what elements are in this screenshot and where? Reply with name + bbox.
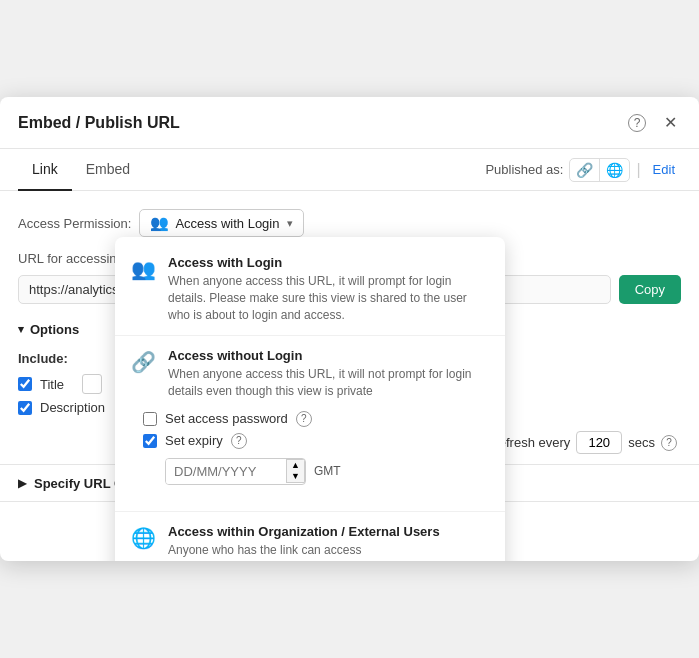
access-without-login-desc: When anyone access this URL, it will not…	[168, 366, 489, 400]
published-link-icon-button[interactable]: 🔗	[570, 159, 600, 181]
access-within-org-icon: 🌐	[131, 526, 156, 550]
access-permission-value: Access with Login	[175, 216, 279, 231]
specify-url-chevron-icon: ▶	[18, 477, 26, 490]
set-password-label: Set access password	[165, 411, 288, 426]
tabs-bar: Link Embed Published as: 🔗 🌐 | Edit	[0, 149, 699, 191]
set-password-checkbox[interactable]	[143, 412, 157, 426]
options-label: Options	[30, 322, 79, 337]
copy-button[interactable]: Copy	[619, 275, 681, 304]
date-input-row: ▲ ▼ GMT	[131, 452, 489, 493]
auto-refresh-value-input[interactable]	[576, 431, 622, 454]
globe-icon: 🌐	[606, 162, 623, 178]
link-icon: 🔗	[576, 162, 593, 178]
access-within-org-desc: Anyone who has the link can access	[168, 542, 489, 559]
access-without-login-content: Access without Login When anyone access …	[168, 348, 489, 400]
access-without-login-title: Access without Login	[168, 348, 489, 363]
help-icon: ?	[628, 114, 646, 132]
include-description-label: Description	[40, 400, 105, 415]
gmt-label: GMT	[314, 464, 341, 478]
access-within-org-title: Access within Organization / External Us…	[168, 524, 489, 539]
options-chevron-icon: ▾	[18, 323, 24, 336]
access-permission-row: Access Permission: 👥 Access with Login ▾	[18, 209, 681, 237]
edit-button[interactable]: Edit	[647, 159, 681, 180]
include-description-checkbox[interactable]	[18, 401, 32, 415]
set-password-row: Set access password ?	[131, 408, 489, 430]
close-icon: ✕	[664, 113, 677, 132]
set-password-help-icon[interactable]: ?	[296, 411, 312, 427]
dropdown-item-access-with-login[interactable]: 👥 Access with Login When anyone access t…	[115, 243, 505, 336]
dropdown-item-access-without-login[interactable]: 🔗 Access without Login When anyone acces…	[115, 336, 505, 512]
auto-refresh-help-icon[interactable]: ?	[661, 435, 677, 451]
help-button[interactable]: ?	[624, 112, 650, 134]
access-within-org-content: Access within Organization / External Us…	[168, 524, 489, 559]
date-spinners: ▲ ▼	[286, 459, 305, 483]
set-expiry-label: Set expiry	[165, 433, 223, 448]
tab-embed[interactable]: Embed	[72, 149, 144, 191]
access-permission-label: Access Permission:	[18, 216, 131, 231]
auto-refresh-unit: secs	[628, 435, 655, 450]
access-with-login-title: Access with Login	[168, 255, 489, 270]
sub-options: Set access password ? Set expiry ? ▲	[131, 400, 489, 499]
published-globe-icon-button[interactable]: 🌐	[600, 159, 629, 181]
date-input[interactable]	[166, 459, 286, 484]
date-up-button[interactable]: ▲	[287, 460, 304, 471]
published-as: Published as: 🔗 🌐 | Edit	[485, 149, 681, 190]
access-without-login-icon: 🔗	[131, 350, 156, 374]
access-with-login-desc: When anyone access this URL, it will pro…	[168, 273, 489, 323]
close-button[interactable]: ✕	[660, 111, 681, 134]
dialog-title: Embed / Publish URL	[18, 114, 180, 132]
access-with-login-icon: 👥	[131, 257, 156, 281]
tab-link[interactable]: Link	[18, 149, 72, 191]
access-dropdown: 👥 Access with Login When anyone access t…	[115, 237, 505, 561]
set-expiry-help-icon[interactable]: ?	[231, 433, 247, 449]
header-icons: ? ✕	[624, 111, 681, 134]
dialog-header: Embed / Publish URL ? ✕	[0, 97, 699, 149]
set-expiry-checkbox[interactable]	[143, 434, 157, 448]
chevron-down-icon: ▾	[287, 217, 293, 230]
include-title-label: Title	[40, 377, 64, 392]
date-down-button[interactable]: ▼	[287, 471, 304, 482]
include-title-checkbox[interactable]	[18, 377, 32, 391]
access-people-icon: 👥	[150, 214, 169, 232]
embed-publish-dialog: Embed / Publish URL ? ✕ Link Embed Publi…	[0, 97, 699, 561]
dialog-body: Access Permission: 👥 Access with Login ▾…	[0, 191, 699, 464]
access-permission-selector[interactable]: 👥 Access with Login ▾	[139, 209, 304, 237]
access-with-login-content: Access with Login When anyone access thi…	[168, 255, 489, 323]
set-expiry-row: Set expiry ?	[131, 430, 489, 452]
dropdown-item-access-within-org[interactable]: 🌐 Access within Organization / External …	[115, 512, 505, 561]
